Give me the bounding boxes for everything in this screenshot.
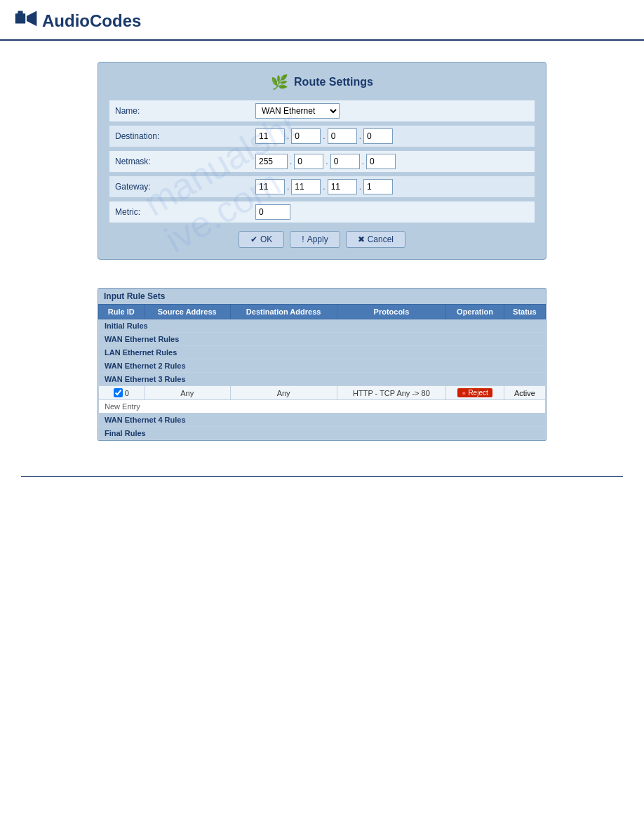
reject-button[interactable]: ● Reject bbox=[457, 388, 492, 397]
name-fields: WAN Ethernet LAN Ethernet WAN Ethernet 2 bbox=[255, 103, 340, 119]
audiocodes-logo-icon bbox=[14, 8, 39, 34]
route-settings-section: 🌿 Route Settings Name: WAN Ethernet LAN … bbox=[21, 55, 623, 267]
col-source-address: Source Address bbox=[144, 305, 230, 319]
main-content: 🌿 Route Settings Name: WAN Ethernet LAN … bbox=[0, 41, 644, 462]
group-row-wan-ethernet-4: WAN Ethernet 4 Rules bbox=[99, 413, 546, 427]
gateway-octet1[interactable] bbox=[255, 179, 285, 194]
group-row-lan-ethernet: LAN Ethernet Rules bbox=[99, 346, 546, 359]
destination-octet3[interactable] bbox=[328, 128, 357, 144]
status-cell: Active bbox=[504, 386, 545, 400]
dialog-buttons: ✔ OK ! Apply ✖ Cancel bbox=[109, 231, 535, 248]
gateway-octet2[interactable] bbox=[291, 179, 321, 194]
col-destination-address: Destination Address bbox=[230, 305, 337, 319]
source-address-cell: Any bbox=[144, 386, 230, 400]
netmask-label: Netmask: bbox=[115, 157, 255, 166]
destination-address-cell: Any bbox=[230, 386, 337, 400]
col-rule-id: Rule ID bbox=[99, 305, 145, 319]
group-label-final-rules: Final Rules bbox=[99, 427, 546, 440]
dot1: . bbox=[287, 131, 289, 141]
dot7: . bbox=[287, 182, 289, 192]
destination-octet2[interactable] bbox=[291, 128, 321, 144]
group-label-wan-ethernet-4: WAN Ethernet 4 Rules bbox=[99, 413, 546, 427]
apply-exclaim-icon: ! bbox=[302, 234, 304, 244]
route-settings-dialog: 🌿 Route Settings Name: WAN Ethernet LAN … bbox=[98, 62, 546, 260]
dot3: . bbox=[359, 131, 361, 141]
destination-label: Destination: bbox=[115, 131, 255, 141]
rule-id-checkbox-container: 0 bbox=[103, 388, 140, 397]
netmask-octet1[interactable] bbox=[255, 154, 288, 169]
gateway-octet4[interactable] bbox=[363, 179, 393, 194]
name-select[interactable]: WAN Ethernet LAN Ethernet WAN Ethernet 2 bbox=[255, 103, 340, 119]
svg-rect-1 bbox=[18, 11, 22, 16]
gateway-octet3[interactable] bbox=[328, 179, 357, 194]
page-header: AudioCodes bbox=[0, 0, 644, 41]
destination-octet4[interactable] bbox=[363, 128, 393, 144]
rules-table: Rule ID Source Address Destination Addre… bbox=[98, 304, 546, 440]
netmask-fields: . . . bbox=[255, 154, 396, 169]
table-header-row: Rule ID Source Address Destination Addre… bbox=[99, 305, 546, 319]
metric-row: Metric: bbox=[109, 201, 535, 223]
protocols-cell: HTTP - TCP Any -> 80 bbox=[337, 386, 446, 400]
group-row-final-rules: Final Rules bbox=[99, 427, 546, 440]
table-row: 0 Any Any HTTP - TCP Any -> 80 ● Reject … bbox=[99, 386, 546, 400]
metric-label: Metric: bbox=[115, 207, 255, 217]
rule-checkbox[interactable] bbox=[114, 388, 123, 397]
metric-input[interactable] bbox=[255, 204, 290, 220]
input-rule-sets-section: Input Rule Sets Rule ID Source Address D… bbox=[98, 288, 546, 441]
netmask-octet2[interactable] bbox=[294, 154, 323, 169]
spacer bbox=[21, 267, 623, 281]
metric-fields bbox=[255, 204, 290, 220]
col-operation: Operation bbox=[446, 305, 504, 319]
logo-text: AudioCodes bbox=[42, 11, 141, 31]
ok-checkmark-icon: ✔ bbox=[250, 234, 257, 244]
destination-fields: . . . bbox=[255, 128, 393, 144]
dialog-title-text: Route Settings bbox=[294, 76, 373, 88]
gateway-label: Gateway: bbox=[115, 182, 255, 192]
cancel-button[interactable]: ✖ Cancel bbox=[346, 231, 405, 248]
group-row-wan-ethernet-2: WAN Ethernet 2 Rules bbox=[99, 359, 546, 373]
apply-button[interactable]: ! Apply bbox=[290, 231, 340, 248]
dot5: . bbox=[326, 157, 328, 166]
col-status: Status bbox=[504, 305, 545, 319]
group-row-wan-ethernet-3: WAN Ethernet 3 Rules bbox=[99, 373, 546, 386]
group-row-new-entry: New Entry bbox=[99, 400, 546, 413]
netmask-octet4[interactable] bbox=[366, 154, 396, 169]
ok-button[interactable]: ✔ OK bbox=[239, 231, 284, 248]
dot4: . bbox=[290, 157, 292, 166]
route-icon: 🌿 bbox=[271, 74, 288, 91]
apply-label: Apply bbox=[307, 234, 328, 244]
group-label-wan-ethernet: WAN Ethernet Rules bbox=[99, 333, 546, 346]
ok-label: OK bbox=[260, 234, 272, 244]
table-section-title: Input Rule Sets bbox=[98, 289, 546, 304]
rule-id-cell: 0 bbox=[99, 386, 145, 400]
dot6: . bbox=[362, 157, 364, 166]
dot2: . bbox=[323, 131, 325, 141]
group-label-initial-rules: Initial Rules bbox=[99, 319, 546, 333]
logo: AudioCodes bbox=[14, 8, 141, 34]
cancel-label: Cancel bbox=[368, 234, 394, 244]
svg-marker-2 bbox=[27, 11, 36, 27]
group-label-wan-ethernet-3: WAN Ethernet 3 Rules bbox=[99, 373, 546, 386]
group-label-lan-ethernet: LAN Ethernet Rules bbox=[99, 346, 546, 359]
operation-cell: ● Reject bbox=[446, 386, 504, 400]
dot9: . bbox=[359, 182, 361, 192]
group-label-new-entry: New Entry bbox=[99, 400, 546, 413]
group-row-wan-ethernet: WAN Ethernet Rules bbox=[99, 333, 546, 346]
group-row-initial-rules: Initial Rules bbox=[99, 319, 546, 333]
cancel-x-icon: ✖ bbox=[358, 234, 365, 244]
netmask-octet3[interactable] bbox=[330, 154, 360, 169]
dialog-title: 🌿 Route Settings bbox=[109, 74, 535, 91]
dot8: . bbox=[323, 182, 325, 192]
page-footer bbox=[21, 476, 623, 482]
rule-id-value: 0 bbox=[125, 389, 129, 397]
destination-octet1[interactable] bbox=[255, 128, 285, 144]
gateway-fields: . . . bbox=[255, 179, 393, 194]
gateway-row: Gateway: . . . bbox=[109, 176, 535, 197]
col-protocols: Protocols bbox=[337, 305, 446, 319]
name-row: Name: WAN Ethernet LAN Ethernet WAN Ethe… bbox=[109, 100, 535, 121]
group-label-wan-ethernet-2: WAN Ethernet 2 Rules bbox=[99, 359, 546, 373]
reject-icon: ● bbox=[462, 389, 466, 397]
name-label: Name: bbox=[115, 106, 255, 116]
destination-row: Destination: . . . bbox=[109, 126, 535, 147]
netmask-row: Netmask: . . . bbox=[109, 151, 535, 172]
